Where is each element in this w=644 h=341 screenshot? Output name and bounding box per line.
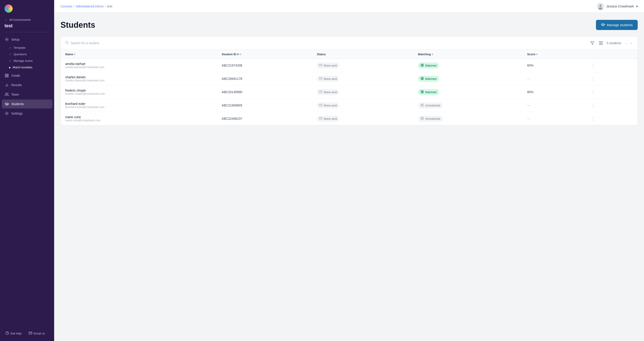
status-badge: None sent bbox=[317, 89, 339, 95]
status-text: None sent bbox=[324, 90, 337, 94]
sidebar-item-team[interactable]: Team bbox=[2, 90, 52, 99]
student-name: leonhard euler bbox=[65, 102, 212, 105]
email-status-icon bbox=[319, 103, 322, 107]
setup-icon bbox=[4, 37, 9, 42]
svg-rect-18 bbox=[600, 41, 601, 45]
sidebar-item-settings[interactable]: Settings bbox=[2, 109, 52, 118]
svg-rect-34 bbox=[422, 105, 423, 106]
status-cell: None sent bbox=[312, 72, 414, 85]
svg-marker-17 bbox=[591, 41, 594, 45]
svg-rect-32 bbox=[421, 104, 422, 105]
sidebar-item-questions[interactable]: ✓ Questions bbox=[6, 51, 52, 57]
score-cell: --- bbox=[522, 72, 585, 85]
status-text: None sent bbox=[324, 77, 337, 80]
row-actions-button[interactable]: ⋮ bbox=[590, 89, 597, 95]
sidebar-item-manage-scans[interactable]: ✓ Manage scans bbox=[6, 57, 52, 64]
student-name: frederic chopin bbox=[65, 89, 212, 92]
svg-rect-30 bbox=[422, 92, 423, 93]
breadcrumb-sep-1: / bbox=[74, 4, 74, 8]
matching-cell: Matched bbox=[414, 85, 522, 99]
row-actions-button[interactable]: ⋮ bbox=[590, 116, 597, 121]
topbar: Courses / Administered Demo / test Jessi… bbox=[54, 0, 644, 13]
sidebar-item-template[interactable]: ✓ Template bbox=[6, 44, 52, 51]
email-us-button[interactable]: Email us bbox=[26, 330, 48, 338]
score-cell: --- bbox=[522, 112, 585, 125]
matching-badge: Unmatched bbox=[418, 102, 443, 108]
student-name-cell: frederic chopin frederic.chopin@crowdmar… bbox=[61, 85, 217, 99]
breadcrumb-administered-demo[interactable]: Administered Demo bbox=[76, 4, 104, 8]
manage-students-button[interactable]: Manage students bbox=[596, 20, 638, 30]
columns-toggle-button[interactable] bbox=[598, 40, 604, 46]
svg-rect-23 bbox=[421, 65, 422, 66]
manage-students-label: Manage students bbox=[607, 23, 633, 27]
manage-students-icon bbox=[601, 22, 605, 27]
matching-icon bbox=[420, 90, 424, 94]
score-empty: --- bbox=[527, 77, 530, 80]
settings-label: Settings bbox=[11, 112, 23, 115]
search-input[interactable] bbox=[71, 41, 587, 45]
row-actions-button[interactable]: ⋮ bbox=[590, 76, 597, 81]
prev-page-button[interactable]: ‹ bbox=[624, 40, 628, 46]
user-dropdown-chevron-icon: ▾ bbox=[636, 4, 638, 8]
grade-icon bbox=[4, 73, 9, 78]
students-table-body: amelia earhart amelia.earhart@crowdmark.… bbox=[61, 59, 638, 125]
sidebar-item-setup[interactable]: Setup bbox=[2, 35, 52, 44]
student-id: ABC28491178 bbox=[222, 77, 242, 80]
back-arrow-icon: ← bbox=[4, 18, 8, 21]
svg-point-9 bbox=[6, 113, 8, 114]
get-help-button[interactable]: Get help bbox=[3, 330, 24, 338]
sidebar-item-match-booklets[interactable]: Match booklets bbox=[6, 64, 52, 71]
matching-cell: Unmatched bbox=[414, 99, 522, 112]
th-student-id[interactable]: Student ID # ▾ bbox=[217, 50, 312, 59]
setup-subitems: ✓ Template ✓ Questions ✓ Manage scans Ma… bbox=[2, 44, 52, 71]
get-help-label: Get help bbox=[10, 332, 22, 335]
students-table-card: 5 students ‹ › Name ▾ bbox=[60, 36, 638, 125]
svg-point-15 bbox=[66, 41, 68, 44]
student-name-cell: marie curie marie.curie@crowdmark.com bbox=[61, 112, 217, 125]
filter-button[interactable] bbox=[590, 40, 595, 46]
matching-text: Matched bbox=[425, 90, 436, 94]
matching-icon bbox=[420, 117, 424, 121]
student-name-cell: leonhard euler leonhard.euler@crowdmark.… bbox=[61, 99, 217, 112]
th-score[interactable]: Score ▾ bbox=[522, 50, 585, 59]
status-cell: None sent bbox=[312, 85, 414, 99]
th-matching[interactable]: Matching ▾ bbox=[414, 50, 522, 59]
svg-rect-28 bbox=[421, 90, 422, 91]
user-menu[interactable]: Jessica Crowdmark ▾ bbox=[597, 3, 638, 10]
sidebar-item-results[interactable]: Results bbox=[2, 80, 52, 89]
row-actions-button[interactable]: ⋮ bbox=[590, 63, 597, 68]
th-actions bbox=[585, 50, 638, 59]
row-actions-button[interactable]: ⋮ bbox=[590, 103, 597, 108]
matching-icon bbox=[420, 64, 424, 67]
svg-line-16 bbox=[68, 43, 68, 44]
student-id: ABC21900845 bbox=[222, 103, 242, 107]
row-actions-cell: ⋮ bbox=[585, 112, 638, 125]
team-label: Team bbox=[11, 93, 19, 96]
score-empty: --- bbox=[527, 117, 530, 120]
score-cell: 60% bbox=[522, 59, 585, 72]
svg-rect-20 bbox=[421, 64, 422, 65]
breadcrumb-courses[interactable]: Courses bbox=[60, 4, 72, 8]
matching-cell: Matched bbox=[414, 59, 522, 72]
page-content: Students Manage students bbox=[54, 13, 644, 341]
sidebar-navigation: Setup ✓ Template ✓ Questions ✓ Manage sc… bbox=[0, 35, 54, 326]
sidebar-item-grade[interactable]: Grade bbox=[2, 71, 52, 80]
breadcrumb-test: test bbox=[107, 4, 112, 8]
matching-badge: Matched bbox=[418, 62, 439, 68]
row-actions-cell: ⋮ bbox=[585, 72, 638, 85]
student-email: charles.darwin@crowdmark.com bbox=[65, 79, 212, 82]
sidebar-item-students[interactable]: Students bbox=[2, 99, 52, 108]
svg-rect-35 bbox=[421, 105, 422, 106]
svg-rect-31 bbox=[421, 92, 422, 93]
student-email: frederic.chopin@crowdmark.com bbox=[65, 92, 212, 95]
score-cell: 80% bbox=[522, 85, 585, 99]
search-icon bbox=[65, 41, 69, 45]
th-name[interactable]: Name ▾ bbox=[61, 50, 217, 59]
next-page-button[interactable]: › bbox=[629, 40, 633, 46]
page-header: Students Manage students bbox=[60, 20, 638, 30]
svg-rect-27 bbox=[421, 79, 422, 80]
svg-rect-39 bbox=[421, 119, 422, 119]
svg-rect-24 bbox=[421, 77, 422, 78]
back-to-assessments-link[interactable]: ← All Assessments bbox=[0, 16, 54, 22]
matching-sort-icon: ▾ bbox=[432, 53, 433, 56]
